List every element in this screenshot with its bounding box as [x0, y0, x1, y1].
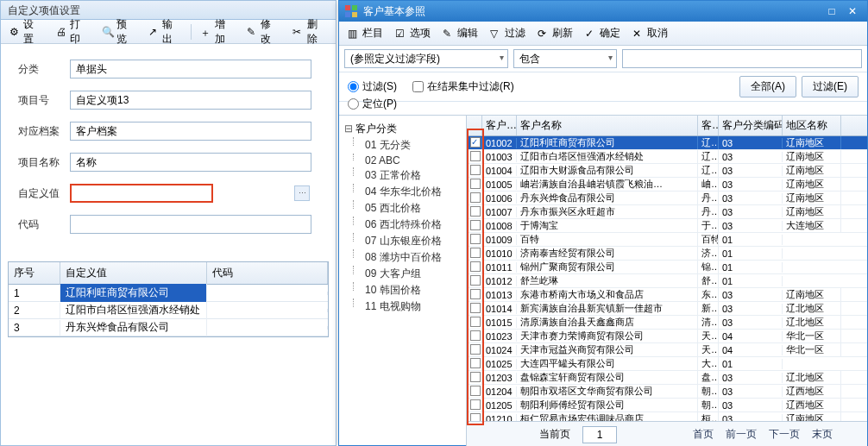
add-button[interactable]: ＋增加: [195, 15, 240, 49]
category-input[interactable]: [70, 60, 311, 79]
row-checkbox[interactable]: [470, 372, 481, 382]
col-customer-name[interactable]: 客户名称: [517, 116, 698, 135]
table-row[interactable]: 01204朝阳市双塔区文华商贸有限公司朝…03辽西地区: [467, 385, 867, 399]
col-class-code[interactable]: 客户分类编码: [719, 116, 783, 135]
tree-item[interactable]: 04 华东华北价格: [343, 184, 462, 200]
code-input[interactable]: [70, 215, 311, 234]
refresh-button[interactable]: ⟳刷新: [532, 23, 578, 43]
col-abbr[interactable]: 客…: [698, 116, 719, 135]
table-row[interactable]: 2辽阳市白塔区恒强酒水经销处: [9, 302, 328, 319]
cancel-button[interactable]: ✕取消: [627, 23, 673, 43]
close-button[interactable]: ✕: [843, 3, 862, 19]
table-row[interactable]: 01023天津市赛力荣博商贸有限公司天…04华北一区: [467, 330, 867, 343]
table-row[interactable]: 01003辽阳市白塔区恒强酒水经销处辽…03辽南地区: [467, 150, 867, 164]
table-row[interactable]: 3丹东兴烨食品有限公司: [9, 319, 328, 336]
print-button[interactable]: 🖨打印: [51, 15, 96, 49]
columns-button[interactable]: ▥栏目: [343, 23, 388, 43]
col-no[interactable]: 序号: [9, 262, 60, 284]
table-row[interactable]: 01015清原满族自治县天鑫鑫商店清…03辽北地区: [467, 316, 867, 330]
edit-button[interactable]: ✎修改: [242, 15, 286, 49]
row-checkbox[interactable]: [470, 234, 481, 244]
tree-item[interactable]: 11 电视购物: [343, 298, 462, 315]
radio-locate[interactable]: 定位(P): [348, 97, 397, 111]
row-checkbox[interactable]: [470, 317, 481, 327]
table-row[interactable]: 01210桓仁贸易市场宏伟调味品商店桓…03辽南地区: [467, 412, 867, 421]
table-row[interactable]: 01004辽阳市大财源食品有限公司辽…03辽南地区: [467, 164, 867, 178]
row-checkbox[interactable]: [470, 344, 481, 355]
table-row[interactable]: 01205朝阳利师傅经贸有限公司朝…03辽西地区: [467, 399, 867, 412]
tree-item[interactable]: 07 山东银座价格: [343, 233, 462, 249]
row-checkbox[interactable]: [470, 413, 481, 422]
table-row[interactable]: 01009百特百特01: [467, 233, 867, 247]
export-button[interactable]: ↗输出: [143, 15, 188, 49]
tree-root[interactable]: 客户分类: [343, 121, 462, 137]
table-row[interactable]: 01024天津市冠益兴商贸有限公司天…04华北一区: [467, 343, 867, 357]
table-row[interactable]: 1辽阳利旺商贸有限公司: [9, 285, 328, 302]
table-row[interactable]: 01011锦州广聚商贸有限公司锦…01: [467, 261, 867, 274]
row-checkbox[interactable]: [470, 151, 481, 161]
table-row[interactable]: 01013东港市桥南大市场义和食品店东…03辽南地区: [467, 288, 867, 302]
row-checkbox[interactable]: [470, 179, 481, 189]
table-row[interactable]: 01203盘锦森宝轩商贸有限公司盘…03辽北地区: [467, 371, 867, 385]
table-row[interactable]: 01010济南泰吉经贸有限公司济…01: [467, 247, 867, 261]
filter-field-combo[interactable]: (参照定义过滤字段): [344, 49, 508, 68]
tree-item[interactable]: 06 西北特殊价格: [343, 217, 462, 233]
table-row[interactable]: 01005岫岩满族自治县岫岩镇霞飞粮油…岫…03辽南地区: [467, 178, 867, 192]
row-checkbox[interactable]: [470, 358, 481, 368]
col-code[interactable]: 代码: [207, 262, 328, 284]
maximize-button[interactable]: □: [822, 3, 841, 19]
col-region[interactable]: 地区名称: [783, 116, 841, 135]
current-page-input[interactable]: [582, 426, 617, 443]
options-button[interactable]: ☑选项: [390, 23, 436, 43]
row-checkbox[interactable]: [470, 330, 481, 341]
first-page[interactable]: 首页: [693, 427, 714, 442]
row-checkbox[interactable]: [470, 165, 481, 175]
preview-button[interactable]: 🔍预览: [97, 15, 142, 49]
tree-item[interactable]: 10 韩国价格: [343, 282, 462, 298]
radio-filter[interactable]: 过滤(S): [348, 79, 397, 94]
row-checkbox[interactable]: [470, 220, 481, 230]
col-value[interactable]: 自定义值: [60, 262, 207, 284]
tree-item[interactable]: 02 ABC: [343, 154, 462, 167]
col-customer-code[interactable]: 客户…: [482, 116, 517, 135]
row-checkbox[interactable]: [470, 275, 481, 286]
filter-button[interactable]: ▽过滤: [485, 23, 531, 43]
delete-button[interactable]: ✂删除: [287, 15, 332, 49]
tree-item[interactable]: 03 正常价格: [343, 167, 462, 184]
picker-button[interactable]: ⋯: [294, 185, 310, 201]
settings-button[interactable]: ⚙设置: [4, 15, 49, 49]
do-filter-button[interactable]: 过滤(E): [802, 76, 859, 97]
last-page[interactable]: 末页: [812, 427, 833, 442]
custom-value-input[interactable]: [70, 184, 213, 203]
all-button[interactable]: 全部(A): [739, 76, 796, 97]
filter-value-input[interactable]: [622, 49, 862, 68]
row-checkbox[interactable]: [470, 261, 481, 272]
project-name-input[interactable]: [70, 153, 311, 172]
row-checkbox[interactable]: [470, 303, 481, 313]
row-checkbox[interactable]: [470, 386, 481, 396]
row-checkbox[interactable]: [470, 137, 481, 148]
row-checkbox[interactable]: [470, 192, 481, 203]
table-row[interactable]: 01007丹东市振兴区永旺超市丹…03辽南地区: [467, 205, 867, 219]
table-row[interactable]: 01006丹东兴烨食品有限公司丹…03辽南地区: [467, 192, 867, 205]
prev-page[interactable]: 前一页: [726, 427, 757, 442]
archive-input[interactable]: [70, 122, 311, 141]
table-row[interactable]: 01025大连四平罐头有限公司大…01: [467, 357, 867, 371]
filter-op-combo[interactable]: 包含: [513, 49, 617, 68]
table-row[interactable]: 01012舒兰屹琳舒…01: [467, 274, 867, 288]
tree-item[interactable]: 01 无分类: [343, 137, 462, 154]
row-checkbox[interactable]: [470, 289, 481, 299]
ok-button[interactable]: ✓确定: [580, 23, 626, 43]
row-checkbox[interactable]: [470, 248, 481, 258]
row-checkbox[interactable]: [470, 206, 481, 217]
chk-in-result[interactable]: 在结果集中过滤(R): [412, 79, 514, 94]
tree-item[interactable]: 05 西北价格: [343, 200, 462, 217]
col-check[interactable]: [467, 116, 482, 135]
table-row[interactable]: 01014新宾满族自治县新宾镇新一佳超市新…03辽北地区: [467, 302, 867, 316]
tree-item[interactable]: 09 大客户组: [343, 266, 462, 282]
next-page[interactable]: 下一页: [769, 427, 800, 442]
table-row[interactable]: 01008于博淘宝于…03大连地区: [467, 219, 867, 233]
row-checkbox[interactable]: [470, 399, 481, 410]
edit-button[interactable]: ✎编辑: [437, 23, 483, 43]
category-tree[interactable]: 客户分类 01 无分类02 ABC03 正常价格04 华东华北价格05 西北价格…: [339, 116, 467, 446]
